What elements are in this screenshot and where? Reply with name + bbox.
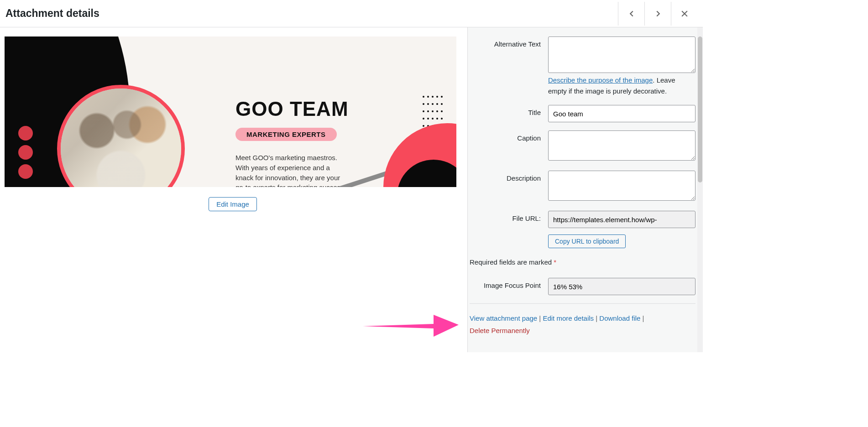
description-label: Description: [470, 171, 548, 203]
prev-button[interactable]: [618, 2, 644, 26]
edit-image-button[interactable]: Edit Image: [209, 197, 257, 211]
caption-field: Caption: [470, 130, 695, 162]
next-button[interactable]: [644, 2, 671, 26]
close-button[interactable]: [671, 2, 697, 26]
file-url-input[interactable]: [548, 211, 695, 228]
alt-help-link[interactable]: Describe the purpose of the image: [548, 76, 653, 84]
caption-input[interactable]: [548, 130, 695, 161]
delete-permanently-link[interactable]: Delete Permanently: [470, 327, 530, 334]
title-field: Title: [470, 105, 695, 122]
image-focus-point-label: Image Focus Point: [470, 278, 548, 295]
attachment-actions: View attachment page | Edit more details…: [470, 312, 695, 337]
description-input[interactable]: [548, 171, 695, 201]
attachment-details-modal: Attachment details GOO TEAM MARKETING EX…: [0, 0, 703, 352]
close-icon: [680, 9, 689, 18]
view-attachment-link[interactable]: View attachment page: [470, 314, 537, 322]
title-input[interactable]: [548, 105, 695, 122]
header-nav-controls: [618, 0, 697, 27]
preview-panel: GOO TEAM MARKETING EXPERTS Meet GOO's ma…: [0, 27, 467, 352]
attachment-preview-image: GOO TEAM MARKETING EXPERTS Meet GOO's ma…: [5, 36, 456, 187]
alt-text-label: Alternative Text: [470, 36, 548, 97]
chevron-right-icon: [653, 9, 663, 19]
copy-url-button[interactable]: Copy URL to clipboard: [548, 234, 626, 248]
alt-text-help: Describe the purpose of the image. Leave…: [548, 75, 695, 97]
alt-text-field: Alternative Text Describe the purpose of…: [470, 36, 695, 97]
image-focus-point-input[interactable]: [548, 278, 695, 295]
slide-title: GOO TEAM: [235, 99, 391, 120]
divider: [470, 303, 695, 304]
chevron-left-icon: [627, 9, 637, 19]
annotation-arrow: [361, 310, 461, 338]
details-sidebar: Alternative Text Describe the purpose of…: [467, 27, 703, 352]
required-asterisk: *: [554, 258, 556, 266]
arrow-right-icon: [361, 310, 461, 338]
edit-more-details-link[interactable]: Edit more details: [543, 314, 594, 322]
download-file-link[interactable]: Download file: [599, 314, 640, 322]
alt-text-input[interactable]: [548, 36, 695, 73]
file-url-label: File URL:: [470, 211, 548, 248]
description-field: Description: [470, 171, 695, 203]
modal-header: Attachment details: [0, 0, 703, 27]
caption-label: Caption: [470, 130, 548, 162]
slide-badge: MARKETING EXPERTS: [235, 128, 337, 141]
modal-body: GOO TEAM MARKETING EXPERTS Meet GOO's ma…: [0, 27, 703, 352]
file-url-field: File URL: Copy URL to clipboard: [470, 211, 695, 248]
slide-body: Meet GOO's marketing maestros. With year…: [235, 153, 350, 187]
required-fields-note: Required fields are marked *: [470, 258, 695, 266]
sidebar-scrollbar[interactable]: [697, 27, 703, 352]
page-title: Attachment details: [5, 7, 99, 20]
image-focus-point-field: Image Focus Point: [470, 278, 695, 295]
title-label: Title: [470, 105, 548, 122]
